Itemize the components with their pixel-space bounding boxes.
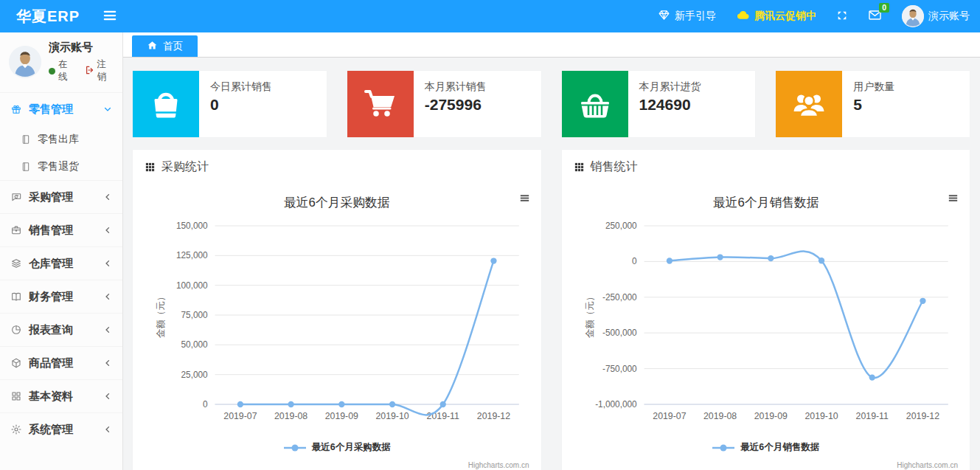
stat-card-label: 今日累计销售 — [210, 80, 272, 94]
promo-link[interactable]: 腾讯云促销中 — [736, 8, 816, 24]
highcharts-watermark[interactable]: Highcharts.com.cn — [568, 461, 965, 469]
guide-link[interactable]: 新手引导 — [658, 9, 716, 24]
messages-button[interactable]: 0 — [868, 8, 882, 24]
chart-context-menu-button[interactable] — [947, 192, 959, 207]
svg-text:-250,000: -250,000 — [602, 292, 637, 303]
data-point-marker[interactable] — [237, 401, 243, 407]
svg-text:0: 0 — [632, 256, 637, 266]
tab-home[interactable]: 首页 — [132, 35, 198, 57]
topbar-right: 新手引导 腾讯云促销中 0 演示账号 — [658, 5, 980, 27]
chevron-left-icon — [103, 259, 112, 268]
svg-text:100,000: 100,000 — [176, 280, 208, 291]
svg-text:2019-08: 2019-08 — [703, 411, 737, 421]
series-line — [669, 252, 922, 379]
sidebar-item-4[interactable]: 财务管理 — [0, 280, 122, 313]
th-grid-icon — [145, 162, 156, 173]
users-icon — [776, 71, 842, 137]
sidebar: 演示账号 在线 注销 零售管理零售出库零售退货采购管理销售管理仓库管理财务管理报… — [0, 32, 123, 470]
svg-text:2019-07: 2019-07 — [653, 411, 686, 421]
legend-marker-icon — [712, 443, 735, 452]
logout-button[interactable]: 注销 — [85, 58, 115, 83]
chevron-left-icon — [103, 392, 112, 401]
svg-text:金额（元）: 金额（元） — [156, 292, 166, 338]
svg-text:2019-12: 2019-12 — [906, 411, 939, 421]
sidebar-item-6[interactable]: 商品管理 — [0, 346, 122, 379]
purchase-chart: 最近6个月采购数据025,00050,00075,000100,000125,0… — [133, 183, 541, 469]
chart-context-menu-button[interactable] — [518, 192, 531, 207]
highcharts-watermark[interactable]: Highcharts.com.cn — [139, 461, 535, 469]
panel-title: 销售统计 — [591, 159, 638, 175]
chart-legend-item[interactable]: 最近6个月销售数据 — [568, 441, 965, 454]
svg-text:50,000: 50,000 — [181, 339, 209, 350]
sidebar-item-2[interactable]: 销售管理 — [0, 213, 122, 246]
data-point-marker[interactable] — [717, 254, 723, 260]
hamburger-icon — [102, 7, 118, 26]
svg-text:2019-12: 2019-12 — [477, 411, 510, 421]
data-point-marker[interactable] — [338, 401, 344, 407]
dashboard-content: 今日累计销售0本月累计销售-275996本月累计进货124690用户数量5 采购… — [123, 58, 980, 470]
stat-card-label: 用户数量 — [853, 80, 894, 94]
avatar — [902, 5, 924, 27]
sidebar-subitem[interactable]: 零售退货 — [0, 153, 122, 180]
sales-stats-panel: 销售统计 最近6个月销售数据-1,000,000-750,000-500,000… — [562, 150, 970, 470]
sidebar-subitem[interactable]: 零售出库 — [0, 125, 122, 153]
svg-text:-500,000: -500,000 — [602, 328, 637, 338]
data-point-marker[interactable] — [440, 401, 446, 407]
data-point-marker[interactable] — [768, 255, 774, 261]
sidebar-item-label: 销售管理 — [29, 224, 103, 238]
sidebar-item-label: 仓库管理 — [29, 257, 103, 271]
sidebar-item-1[interactable]: 采购管理 — [0, 180, 122, 213]
sidebar-item-7[interactable]: 基本资料 — [0, 379, 122, 412]
briefcase-icon — [10, 224, 22, 236]
data-point-marker[interactable] — [288, 401, 293, 407]
tab-home-label: 首页 — [163, 40, 183, 53]
book-icon — [10, 291, 22, 303]
data-point-marker[interactable] — [389, 401, 395, 407]
hamburger-icon — [518, 192, 531, 207]
gear-icon — [10, 424, 22, 435]
chevron-left-icon — [103, 325, 112, 334]
sidebar-toggle-button[interactable] — [102, 7, 118, 26]
sidebar-item-5[interactable]: 报表查询 — [0, 313, 122, 346]
sidebar-item-8[interactable]: 系统管理 — [0, 412, 122, 446]
hamburger-icon — [947, 192, 959, 207]
data-point-marker[interactable] — [920, 298, 925, 304]
svg-text:-750,000: -750,000 — [602, 364, 637, 374]
fullscreen-button[interactable] — [836, 10, 848, 24]
svg-text:150,000: 150,000 — [176, 221, 208, 231]
data-point-marker[interactable] — [490, 258, 496, 263]
data-point-marker[interactable] — [666, 258, 672, 263]
svg-text:2019-07: 2019-07 — [223, 411, 257, 421]
layers-icon — [10, 258, 22, 269]
expand-icon — [836, 10, 848, 24]
gem-icon — [658, 9, 670, 24]
account-label: 演示账号 — [928, 10, 970, 23]
gift-icon — [10, 103, 22, 115]
sidebar-item-label: 报表查询 — [29, 323, 103, 337]
data-point-marker[interactable] — [818, 258, 824, 263]
svg-text:125,000: 125,000 — [176, 250, 208, 260]
svg-text:250,000: 250,000 — [605, 221, 636, 231]
cloud-icon — [736, 8, 750, 24]
grid-icon — [10, 390, 22, 402]
sidebar-item-label: 采购管理 — [29, 190, 103, 204]
loop-icon — [10, 191, 22, 203]
box-icon — [10, 357, 22, 369]
basket-icon — [562, 71, 628, 137]
stat-card: 本月累计销售-275996 — [347, 71, 541, 137]
sidebar-item-label: 系统管理 — [29, 423, 103, 437]
stat-card-value: 5 — [853, 96, 894, 114]
account-menu[interactable]: 演示账号 — [902, 5, 970, 27]
svg-text:2019-11: 2019-11 — [427, 411, 459, 421]
purchase-stats-panel: 采购统计 最近6个月采购数据025,00050,00075,000100,000… — [133, 150, 541, 470]
sidebar-item-3[interactable]: 仓库管理 — [0, 246, 122, 280]
data-point-marker[interactable] — [869, 374, 875, 380]
sidebar-menu: 零售管理零售出库零售退货采购管理销售管理仓库管理财务管理报表查询商品管理基本资料… — [0, 92, 122, 446]
user-panel: 演示账号 在线 注销 — [0, 32, 122, 92]
svg-text:2019-11: 2019-11 — [855, 411, 888, 421]
sidebar-item-0[interactable]: 零售管理 — [0, 92, 122, 125]
sidebar-subitem-label: 零售退货 — [38, 160, 79, 173]
chart-panels-row: 采购统计 最近6个月采购数据025,00050,00075,000100,000… — [133, 150, 970, 470]
chart-legend-item[interactable]: 最近6个月采购数据 — [139, 441, 535, 454]
home-icon — [147, 40, 158, 53]
